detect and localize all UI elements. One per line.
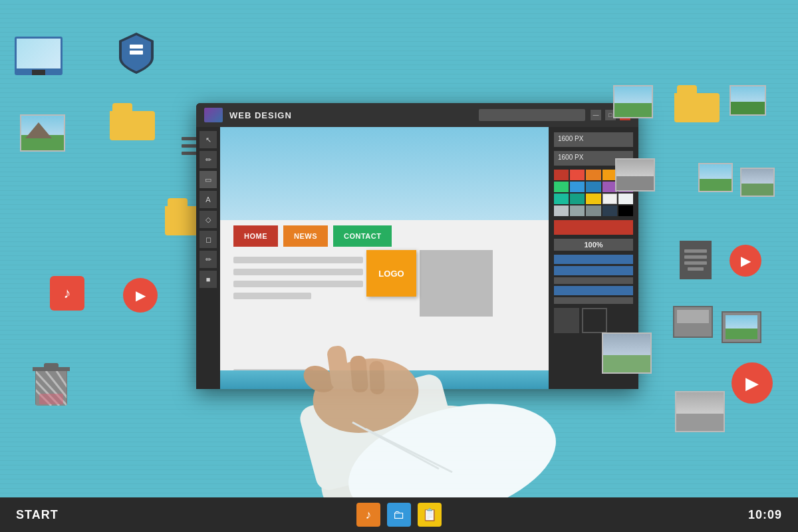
- svg-line-4: [57, 371, 67, 387]
- nav-contact-button[interactable]: CONTACT: [333, 225, 392, 247]
- panel-box-1[interactable]: [554, 308, 579, 333]
- video-icon-1[interactable]: ▶: [123, 278, 158, 313]
- color-swatch-8[interactable]: [586, 182, 600, 192]
- color-swatch-11[interactable]: [554, 194, 569, 204]
- nav-buttons-group: HOME NEWS CONTACT: [233, 225, 392, 247]
- tool-text[interactable]: A: [200, 191, 217, 208]
- video-icon-2[interactable]: ▶: [730, 245, 761, 277]
- color-swatch-1[interactable]: [554, 170, 569, 180]
- panel-bar-2[interactable]: [554, 266, 633, 275]
- panel-bar-4[interactable]: [554, 286, 633, 295]
- color-swatch-14[interactable]: [602, 194, 617, 204]
- image-icon-6[interactable]: [740, 168, 775, 197]
- image-icon-3[interactable]: [730, 85, 766, 116]
- color-swatch-12[interactable]: [570, 194, 585, 204]
- folder-icon-1[interactable]: [110, 103, 155, 140]
- window-title: WEB DESIGN: [229, 110, 479, 120]
- music-app-icon[interactable]: ♪: [50, 276, 84, 311]
- nav-news-button[interactable]: NEWS: [283, 225, 328, 247]
- taskbar-folder-icon[interactable]: 🗀: [387, 503, 411, 527]
- color-swatch-6[interactable]: [554, 182, 569, 192]
- color-swatch-13[interactable]: [586, 194, 600, 204]
- image-icon-7[interactable]: [602, 332, 652, 374]
- image-icon-4[interactable]: [615, 158, 655, 192]
- tool-rect[interactable]: ▭: [200, 171, 217, 188]
- canvas-sky: [220, 127, 549, 220]
- panel-bottom-boxes: [554, 308, 633, 333]
- system-clock: 10:09: [732, 508, 798, 522]
- minimize-button[interactable]: —: [591, 110, 601, 120]
- window-titlebar: WEB DESIGN — □ ✕: [196, 103, 638, 127]
- zoom-display: 100%: [554, 239, 633, 251]
- color-swatch-19[interactable]: [602, 205, 617, 216]
- svg-rect-1: [130, 51, 143, 55]
- film-icon-2[interactable]: [722, 311, 761, 343]
- app-window: WEB DESIGN — □ ✕ ↖ ✏ ▭ A ◇ ◻ ✏ ■ HOME N: [196, 103, 638, 389]
- film-icon-1[interactable]: [673, 306, 713, 338]
- tool-block[interactable]: ■: [200, 271, 217, 288]
- nav-home-button[interactable]: HOME: [233, 225, 278, 247]
- folder-icon-3[interactable]: [674, 85, 720, 122]
- image-icon-8[interactable]: [675, 391, 725, 432]
- width-input[interactable]: 1600 PX: [554, 132, 633, 147]
- panel-bar-3: [554, 277, 633, 284]
- color-swatch-17[interactable]: [570, 205, 585, 216]
- content-placeholder-lines: [233, 257, 363, 305]
- color-swatch-15[interactable]: [618, 194, 633, 204]
- taskbar-quick-launch: ♪ 🗀 📋: [356, 503, 442, 527]
- image-placeholder-box: [420, 250, 493, 317]
- taskbar-note-icon[interactable]: 📋: [418, 503, 442, 527]
- svg-rect-0: [130, 45, 143, 49]
- panel-bar-1[interactable]: [554, 255, 633, 264]
- color-swatch-7[interactable]: [570, 182, 585, 192]
- window-body: ↖ ✏ ▭ A ◇ ◻ ✏ ■ HOME NEWS CONTACT: [196, 127, 638, 389]
- start-button[interactable]: START: [0, 508, 74, 522]
- panel-controls: [554, 255, 633, 304]
- tool-paint[interactable]: ✏: [200, 251, 217, 268]
- image-icon-2[interactable]: [613, 85, 653, 118]
- logo-sticky-note[interactable]: LOGO: [366, 250, 416, 297]
- image-icon-1[interactable]: [20, 114, 65, 152]
- taskbar-music-icon[interactable]: ♪: [356, 503, 380, 527]
- panel-bar-5: [554, 297, 633, 304]
- panel-red-action[interactable]: [554, 220, 633, 235]
- image-icon-5[interactable]: [698, 163, 733, 192]
- svg-rect-10: [297, 372, 461, 493]
- trash-icon[interactable]: [30, 358, 72, 406]
- color-swatch-16[interactable]: [554, 205, 569, 216]
- color-swatch-3[interactable]: [586, 170, 600, 180]
- taskbar: START ♪ 🗀 📋 10:09: [0, 497, 798, 532]
- color-swatch-20[interactable]: [618, 205, 633, 216]
- address-bar[interactable]: [479, 109, 585, 121]
- doc-icon-1[interactable]: [680, 241, 712, 279]
- color-swatch-18[interactable]: [586, 205, 600, 216]
- left-toolbar: ↖ ✏ ▭ A ◇ ◻ ✏ ■: [196, 127, 220, 389]
- canvas-footer-strip: [220, 370, 549, 389]
- tool-shape[interactable]: ◇: [200, 211, 217, 228]
- tool-cursor[interactable]: ↖: [200, 131, 217, 148]
- color-swatch-2[interactable]: [570, 170, 585, 180]
- monitor-icon[interactable]: [15, 37, 63, 75]
- window-logo-icon: [204, 108, 223, 122]
- panel-box-2[interactable]: [582, 308, 607, 333]
- canvas-area[interactable]: HOME NEWS CONTACT LOGO: [220, 127, 549, 389]
- shield-icon[interactable]: [116, 30, 156, 75]
- svg-line-18: [366, 429, 452, 472]
- tool-pen[interactable]: ✏: [200, 151, 217, 168]
- svg-line-17: [352, 422, 439, 469]
- tool-eraser[interactable]: ◻: [200, 231, 217, 248]
- video-icon-3[interactable]: ▶: [732, 362, 773, 404]
